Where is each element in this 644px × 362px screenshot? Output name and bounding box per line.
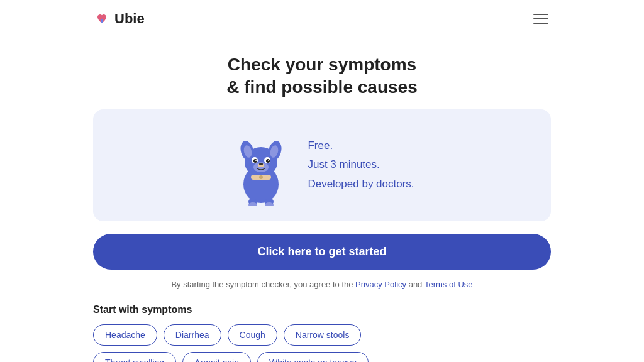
hamburger-menu-button[interactable] bbox=[531, 11, 551, 26]
legal-text: By starting the symptom checker, you agr… bbox=[93, 280, 551, 289]
symptoms-section: Start with symptoms Headache Diarrhea Co… bbox=[93, 304, 551, 362]
svg-point-11 bbox=[255, 160, 257, 161]
hero-tagline: Free. Just 3 minutes. Developed by docto… bbox=[308, 136, 414, 194]
get-started-button[interactable]: Click here to get started bbox=[93, 234, 551, 270]
svg-point-10 bbox=[266, 159, 270, 163]
tagline-line2: Just 3 minutes. bbox=[308, 155, 414, 175]
legal-prefix: By starting the symptom checker, you agr… bbox=[171, 280, 355, 289]
hero-card: Free. Just 3 minutes. Developed by docto… bbox=[93, 109, 551, 221]
dog-illustration bbox=[230, 124, 292, 206]
tagline-line1: Free. bbox=[308, 136, 414, 156]
symptoms-row-2: Throat swelling Armpit pain White spots … bbox=[93, 352, 551, 362]
main-content: Check your symptoms & find possible caus… bbox=[93, 38, 551, 362]
symptom-chip-headache[interactable]: Headache bbox=[93, 324, 157, 346]
hamburger-line-1 bbox=[533, 14, 548, 15]
symptoms-row-1: Headache Diarrhea Cough Narrow stools bbox=[93, 324, 551, 346]
tagline-line3: Developed by doctors. bbox=[308, 175, 414, 194]
logo-icon bbox=[93, 10, 111, 28]
svg-point-9 bbox=[253, 159, 257, 163]
headline-line2: & find possible causes bbox=[226, 77, 417, 97]
symptom-chip-throat-swelling[interactable]: Throat swelling bbox=[93, 352, 176, 362]
privacy-policy-link[interactable]: Privacy Policy bbox=[355, 280, 406, 289]
symptoms-section-title: Start with symptoms bbox=[93, 304, 551, 315]
logo-text: Ubie bbox=[114, 11, 145, 27]
headline-line1: Check your symptoms bbox=[228, 55, 416, 74]
logo: Ubie bbox=[93, 10, 145, 28]
svg-point-15 bbox=[259, 163, 263, 165]
hamburger-line-3 bbox=[533, 23, 548, 24]
hamburger-line-2 bbox=[533, 18, 548, 19]
symptom-chip-armpit-pain[interactable]: Armpit pain bbox=[182, 352, 251, 362]
symptom-chip-diarrhea[interactable]: Diarrhea bbox=[164, 324, 221, 346]
svg-point-17 bbox=[259, 175, 263, 179]
symptom-chip-white-spots-tongue[interactable]: White spots on tongue bbox=[257, 352, 369, 362]
svg-point-12 bbox=[268, 160, 269, 161]
legal-and: and bbox=[409, 280, 425, 289]
header: Ubie bbox=[93, 0, 551, 38]
symptom-chip-cough[interactable]: Cough bbox=[228, 324, 277, 346]
symptom-chip-narrow-stools[interactable]: Narrow stools bbox=[284, 324, 362, 346]
terms-of-use-link[interactable]: Terms of Use bbox=[425, 280, 473, 289]
page-title: Check your symptoms & find possible caus… bbox=[93, 53, 551, 99]
